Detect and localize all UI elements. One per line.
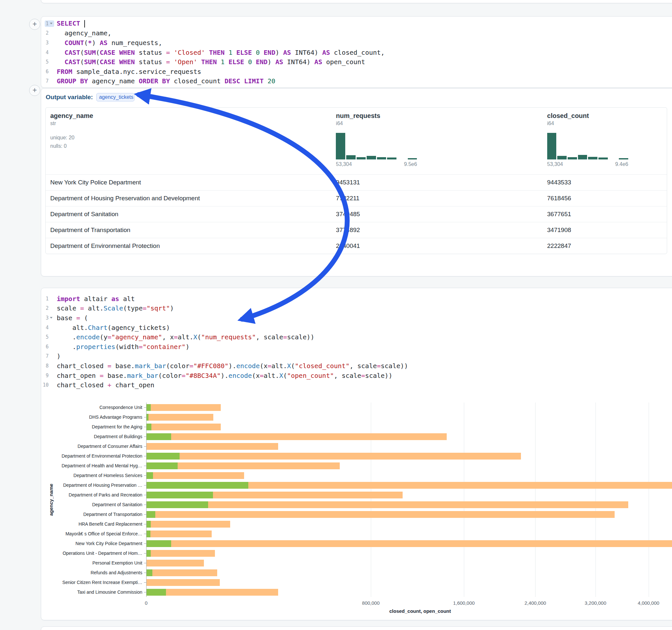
line-number-gutter: 3 bbox=[41, 315, 54, 321]
code-line[interactable]: 2 agency_name, bbox=[41, 28, 672, 38]
y-axis-tick bbox=[144, 495, 146, 495]
line-number: 8 bbox=[46, 363, 49, 369]
code-token: 'Open' bbox=[174, 58, 197, 66]
table-header-row: agency_namestrunique: 20nulls: 0num_requ… bbox=[46, 107, 667, 174]
y-axis-label: Correspondence Unit bbox=[41, 405, 142, 410]
code-line[interactable]: 5 .encode(y="agency_name", x=alt.X("num_… bbox=[41, 332, 672, 342]
code-token: FROM bbox=[57, 68, 72, 75]
table-row[interactable]: Department of Housing Preservation and D… bbox=[46, 190, 667, 206]
table-row[interactable]: Department of Environmental Protection22… bbox=[46, 238, 667, 254]
code-token: WHEN bbox=[119, 49, 135, 56]
table-header-cell[interactable]: num_requestsi6453,3049.5e6 bbox=[331, 107, 542, 174]
code-line[interactable]: 1import altair as alt bbox=[41, 294, 672, 304]
line-number-gutter: 9 bbox=[41, 372, 54, 379]
gutter-inner: 7 bbox=[45, 353, 54, 359]
bar-open-count bbox=[146, 482, 248, 489]
collapse-chevron-icon[interactable] bbox=[50, 23, 53, 24]
code-token: = bbox=[182, 372, 186, 380]
output-variable-pill[interactable]: agency_tickets bbox=[96, 93, 135, 101]
code-token: 0 bbox=[248, 58, 252, 66]
code-line[interactable]: 5 CAST(SUM(CASE WHEN status = 'Open' THE… bbox=[41, 57, 672, 67]
chart-gridline bbox=[649, 403, 649, 597]
line-number-gutter: 3 bbox=[41, 40, 54, 46]
y-axis-tick bbox=[144, 476, 146, 476]
x-axis-label: 1,600,000 bbox=[441, 600, 486, 606]
code-line[interactable]: 6FROM sample_data.nyc.service_requests bbox=[41, 67, 672, 76]
bar-open-count bbox=[146, 540, 171, 547]
code-line[interactable]: 2scale = alt.Scale(type="sqrt") bbox=[41, 304, 672, 313]
table-header-cell[interactable]: agency_namestrunique: 20nulls: 0 bbox=[46, 107, 331, 174]
code-token: encode bbox=[236, 362, 260, 370]
y-axis-tick bbox=[144, 407, 146, 408]
code-line[interactable]: 7GROUP BY agency_name ORDER BY closed_co… bbox=[41, 76, 672, 86]
line-number-gutter: 10 bbox=[41, 382, 54, 388]
code-line[interactable]: 10chart_closed + chart_open bbox=[41, 380, 672, 390]
code-token: ( bbox=[80, 314, 88, 322]
table-row[interactable]: New York City Police Department945313194… bbox=[46, 174, 667, 190]
bar-closed-count bbox=[146, 531, 212, 537]
code-line[interactable]: 9chart_open = base.mark_bar(color="#8BC3… bbox=[41, 371, 672, 381]
column-histogram bbox=[547, 133, 628, 160]
code-token: = bbox=[361, 372, 365, 380]
code-token: alt. bbox=[57, 324, 88, 332]
code-line[interactable]: 6 .properties(width="container") bbox=[41, 342, 672, 352]
code-token: Chart bbox=[88, 324, 107, 332]
code-line[interactable]: 8chart_closed = base.mark_bar(color="#FF… bbox=[41, 361, 672, 371]
code-line[interactable]: 7) bbox=[41, 352, 672, 361]
collapse-chevron-icon[interactable] bbox=[50, 317, 53, 319]
code-token: alt. bbox=[84, 304, 103, 312]
code-line[interactable]: 3base = ( bbox=[41, 313, 672, 323]
code-line[interactable]: 1SELECT bbox=[41, 19, 672, 28]
code-token: encode bbox=[229, 372, 252, 380]
code-token: CAST bbox=[65, 58, 80, 66]
code-line[interactable]: 4 CAST(SUM(CASE WHEN status = 'Closed' T… bbox=[41, 48, 672, 57]
code-token: = bbox=[80, 304, 84, 312]
line-number-gutter: 5 bbox=[41, 59, 54, 65]
add-cell-button[interactable]: + bbox=[29, 19, 40, 30]
sql-code-editor[interactable]: 1SELECT 2 agency_name,3 COUNT(*) AS num_… bbox=[41, 19, 672, 86]
code-token: alt. bbox=[264, 372, 279, 380]
code-token: ORDER BY bbox=[139, 77, 170, 85]
histogram-bar bbox=[588, 157, 597, 160]
python-code-editor[interactable]: 1import altair as alt2scale = alt.Scale(… bbox=[41, 294, 672, 390]
sql-output-cell: Output variable: agency_tickets agency_n… bbox=[41, 88, 672, 276]
table-row[interactable]: Department of Sanitation37494853677651 bbox=[46, 206, 667, 222]
chart-gridline bbox=[596, 403, 596, 597]
bar-closed-count bbox=[146, 414, 213, 421]
code-line[interactable]: 3 COUNT(*) AS num_requests, bbox=[41, 38, 672, 48]
y-axis-tick bbox=[144, 553, 146, 554]
code-token: 0 bbox=[256, 49, 260, 56]
line-number: 4 bbox=[46, 325, 49, 331]
line-number-gutter: 2 bbox=[41, 305, 54, 311]
gutter-inner: 9 bbox=[45, 372, 54, 379]
code-token: , scale bbox=[334, 372, 361, 380]
code-token bbox=[252, 58, 256, 66]
code-text: .properties(width="container") bbox=[57, 343, 189, 350]
y-axis-label: Department of Sanitation bbox=[41, 502, 142, 508]
code-token: COUNT bbox=[65, 39, 84, 47]
table-row[interactable]: Department of Transportation377489234719… bbox=[46, 222, 667, 238]
code-token: X bbox=[287, 362, 291, 370]
code-token: . bbox=[57, 333, 76, 341]
line-number: 3 bbox=[46, 40, 49, 46]
table-cell: 9443533 bbox=[543, 179, 667, 186]
code-token bbox=[260, 49, 264, 56]
bar-closed-count bbox=[146, 453, 521, 460]
code-token bbox=[115, 49, 119, 56]
column-histogram bbox=[336, 133, 417, 160]
table-header-cell[interactable]: closed_counti6453,3049.4e6 bbox=[543, 107, 667, 174]
bar-open-count bbox=[146, 472, 153, 479]
line-number: 5 bbox=[46, 334, 49, 340]
line-number-gutter: 1 bbox=[41, 20, 54, 27]
code-line[interactable]: 4 alt.Chart(agency_tickets) bbox=[41, 323, 672, 333]
code-token: = bbox=[107, 362, 112, 370]
code-token: scale)) bbox=[365, 372, 392, 380]
output-variable-label: Output variable: bbox=[46, 94, 93, 101]
y-axis-label: Personal Exemption Unit bbox=[41, 560, 142, 566]
table-cell: 3749485 bbox=[331, 211, 542, 218]
table-cell: 3471908 bbox=[543, 226, 667, 234]
bar-open-count bbox=[146, 501, 208, 508]
y-axis-label: DHS Advantage Programs bbox=[41, 414, 142, 420]
chart-gridline bbox=[371, 403, 371, 597]
add-cell-button[interactable]: + bbox=[29, 85, 40, 96]
